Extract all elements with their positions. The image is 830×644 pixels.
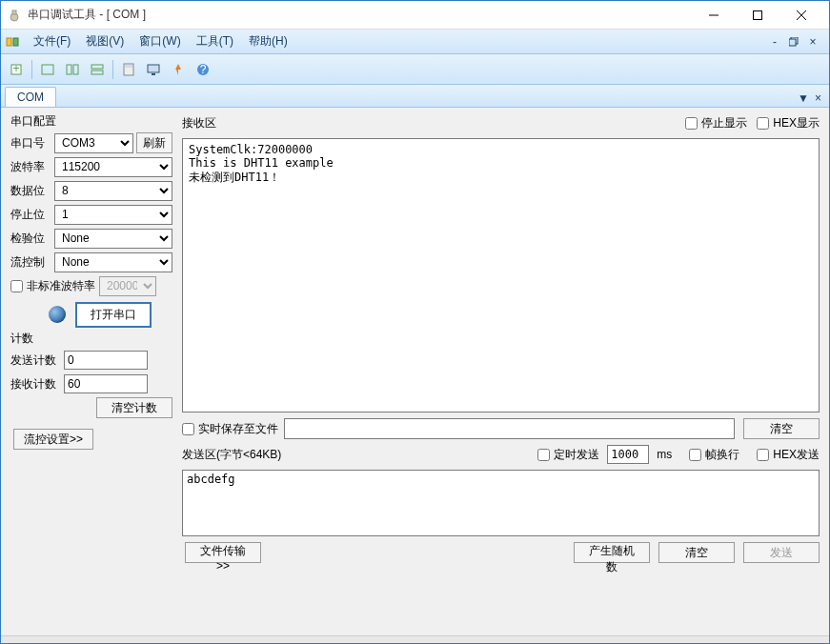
help-icon[interactable]: ? <box>192 58 214 81</box>
receive-textarea[interactable]: SystemClk:72000000 This is DHT11 example… <box>182 138 820 413</box>
svg-rect-9 <box>789 39 796 46</box>
frame-wrap-checkbox[interactable] <box>689 449 701 461</box>
svg-marker-21 <box>175 64 181 75</box>
svg-rect-16 <box>91 70 103 74</box>
svg-rect-6 <box>7 38 11 46</box>
menu-bar: 文件(F) 视图(V) 窗口(W) 工具(T) 帮助(H) - × <box>1 30 829 54</box>
monitor-icon[interactable] <box>142 58 165 81</box>
flow-settings-button[interactable]: 流控设置>> <box>13 429 93 450</box>
svg-rect-7 <box>13 38 18 46</box>
svg-rect-19 <box>148 65 159 72</box>
right-panel: 接收区 停止显示 HEX显示 SystemClk:72000000 This i… <box>178 108 829 635</box>
calculator-icon[interactable] <box>117 58 140 81</box>
window-controls <box>692 1 823 30</box>
svg-rect-14 <box>73 65 78 74</box>
mdi-icon <box>5 34 20 50</box>
frame-wrap-label[interactable]: 帧换行 <box>689 447 739 463</box>
toolbar: + ? <box>1 54 829 85</box>
hex-display-label[interactable]: HEX显示 <box>757 115 820 131</box>
send-textarea[interactable]: abcdefg <box>182 470 820 536</box>
title-bar: 串口调试工具 - [ COM ] <box>1 1 829 30</box>
tab-com[interactable]: COM <box>5 87 56 107</box>
pause-display-checkbox[interactable] <box>685 117 698 130</box>
databits-select[interactable]: 8 <box>54 181 172 201</box>
mdi-restore-button[interactable] <box>787 35 800 49</box>
layout-1-icon[interactable] <box>36 58 59 81</box>
baud-label: 波特率 <box>10 159 54 175</box>
send-title: 发送区(字节<64KB) <box>182 447 281 463</box>
close-button[interactable] <box>779 1 823 30</box>
config-panel: 串口配置 串口号 COM3 刷新 波特率 115200 数据位 8 停止位 1 … <box>1 108 178 635</box>
mdi-close-button[interactable]: × <box>806 35 820 49</box>
save-file-checkbox[interactable] <box>182 423 194 435</box>
menu-window[interactable]: 窗口(W) <box>132 30 188 52</box>
stopbits-select[interactable]: 1 <box>54 205 172 225</box>
random-button[interactable]: 产生随机数 <box>574 542 650 563</box>
send-clear-button[interactable]: 清空 <box>658 542 735 563</box>
file-transfer-button[interactable]: 文件传输>> <box>185 542 261 563</box>
recv-count-input[interactable] <box>64 374 148 393</box>
svg-text:?: ? <box>200 63 207 76</box>
tab-dropdown-icon[interactable]: ▼ <box>798 91 809 105</box>
parity-label: 检验位 <box>10 231 54 247</box>
mdi-controls: - × <box>768 35 825 49</box>
port-label: 串口号 <box>10 135 54 151</box>
counters-title: 计数 <box>10 331 172 347</box>
maximize-button[interactable] <box>736 1 779 30</box>
send-count-input[interactable] <box>64 351 148 370</box>
svg-rect-13 <box>67 65 71 74</box>
hex-display-checkbox[interactable] <box>757 117 769 130</box>
pause-display-label[interactable]: 停止显示 <box>685 115 747 131</box>
svg-rect-12 <box>42 65 53 74</box>
open-port-button[interactable]: 打开串口 <box>75 302 152 328</box>
layout-2-icon[interactable] <box>61 58 84 81</box>
new-window-icon[interactable]: + <box>5 58 28 81</box>
nonstd-baud-label: 非标准波特率 <box>27 278 95 294</box>
save-path-input[interactable] <box>284 418 735 439</box>
main-area: 串口配置 串口号 COM3 刷新 波特率 115200 数据位 8 停止位 1 … <box>1 108 829 635</box>
svg-rect-15 <box>91 65 103 69</box>
tab-strip: COM ▼ × <box>1 85 829 108</box>
mdi-minimize-button[interactable]: - <box>768 35 781 49</box>
hex-send-label[interactable]: HEX发送 <box>757 447 820 463</box>
timed-send-checkbox[interactable] <box>537 449 550 461</box>
stopbits-label: 停止位 <box>10 207 54 223</box>
save-file-label[interactable]: 实时保存至文件 <box>182 421 278 437</box>
menu-view[interactable]: 视图(V) <box>78 30 132 52</box>
pin-icon[interactable] <box>167 58 190 81</box>
svg-rect-3 <box>754 10 762 19</box>
layout-3-icon[interactable] <box>86 58 109 81</box>
svg-text:+: + <box>12 62 19 75</box>
timed-interval-input[interactable] <box>607 445 649 464</box>
timed-send-label[interactable]: 定时发送 <box>537 447 599 463</box>
baud-select[interactable]: 115200 <box>54 157 172 177</box>
flow-select[interactable]: None <box>54 252 172 272</box>
databits-label: 数据位 <box>10 183 54 199</box>
minimize-button[interactable] <box>692 1 736 30</box>
svg-rect-18 <box>125 65 132 68</box>
send-header: 发送区(字节<64KB) 定时发送 ms 帧换行 HEX发送 <box>182 445 820 464</box>
tab-close-icon[interactable]: × <box>815 91 821 105</box>
hex-send-checkbox[interactable] <box>757 449 769 461</box>
timed-unit-label: ms <box>657 448 672 461</box>
refresh-button[interactable]: 刷新 <box>136 132 172 153</box>
port-select[interactable]: COM3 <box>54 133 133 153</box>
flow-label: 流控制 <box>10 254 54 271</box>
recv-clear-button[interactable]: 清空 <box>743 418 820 439</box>
parity-select[interactable]: None <box>54 229 172 249</box>
recv-header: 接收区 停止显示 HEX显示 <box>182 113 820 132</box>
menu-file[interactable]: 文件(F) <box>26 30 78 52</box>
app-icon <box>7 8 22 23</box>
send-count-label: 发送计数 <box>10 352 64 369</box>
svg-rect-1 <box>12 10 16 14</box>
send-button[interactable]: 发送 <box>743 542 820 563</box>
clear-count-button[interactable]: 清空计数 <box>96 397 172 418</box>
nonstd-baud-select: 200000 <box>99 276 156 296</box>
window-title: 串口调试工具 - [ COM ] <box>28 7 692 23</box>
menu-help[interactable]: 帮助(H) <box>241 30 295 52</box>
horizontal-scrollbar[interactable] <box>1 635 829 644</box>
menu-tools[interactable]: 工具(T) <box>189 30 241 52</box>
nonstd-baud-checkbox[interactable] <box>10 280 23 292</box>
recv-count-label: 接收计数 <box>10 376 64 392</box>
config-title: 串口配置 <box>10 113 172 130</box>
